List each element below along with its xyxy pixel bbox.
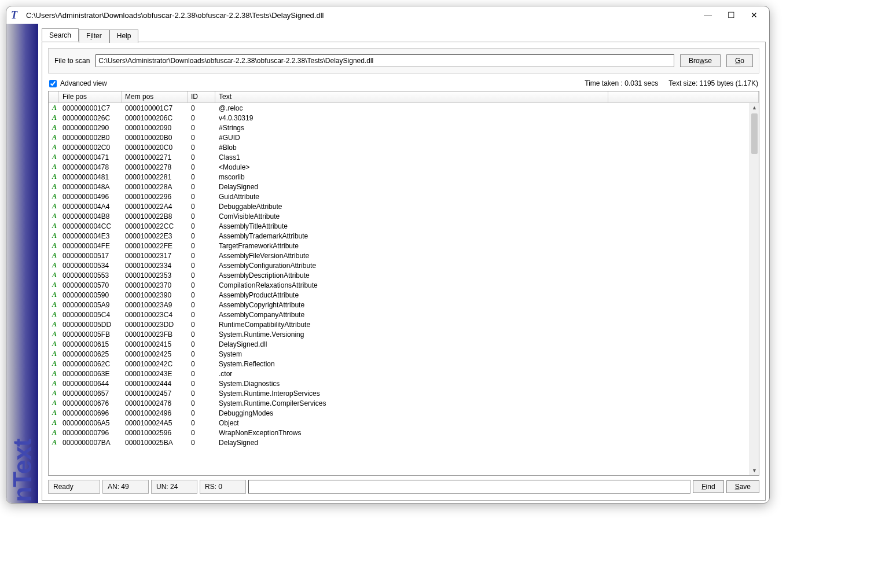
table-row[interactable]: A0000000005170000100023170AssemblyFileVe… <box>49 251 759 260</box>
cell-text: Object <box>215 419 608 427</box>
table-row[interactable]: A0000000005C40000100023C40AssemblyCompan… <box>49 310 759 319</box>
cell-filepos: 0000000001C7 <box>59 104 122 112</box>
table-row[interactable]: A0000000005FB0000100023FB0System.Runtime… <box>49 329 759 339</box>
cell-id: 0 <box>188 193 215 201</box>
ascii-icon: A <box>49 104 59 112</box>
table-row[interactable]: A00000000048A00001000228A0DelaySigned <box>49 182 759 192</box>
cell-id: 0 <box>188 153 215 161</box>
browse-button[interactable]: Browse <box>680 54 721 67</box>
cell-filepos: 0000000002C0 <box>59 144 122 152</box>
vertical-scrollbar[interactable]: ▲ ▼ <box>750 103 759 475</box>
col-header-icon[interactable] <box>49 91 59 102</box>
cell-id: 0 <box>188 114 215 122</box>
table-row[interactable]: A0000000006150000100024150DelaySigned.dl… <box>49 339 759 349</box>
ascii-icon: A <box>49 182 59 191</box>
table-row[interactable]: A0000000005700000100023700CompilationRel… <box>49 280 759 290</box>
cell-text: AssemblyCopyrightAttribute <box>215 301 608 309</box>
cell-id: 0 <box>188 321 215 329</box>
table-row[interactable]: A0000000004780000100022780<Module> <box>49 162 759 172</box>
ascii-icon: A <box>49 428 59 437</box>
table-row[interactable]: A00000000026C00001000206C0v4.0.30319 <box>49 113 759 123</box>
ascii-icon: A <box>49 113 59 122</box>
status-rs-count: RS: 0 <box>200 480 246 494</box>
cell-id: 0 <box>188 291 215 299</box>
tab-filter[interactable]: Filter <box>79 30 109 43</box>
cell-text: AssemblyTrademarkAttribute <box>215 232 608 240</box>
cell-filepos: 000000000570 <box>59 281 122 289</box>
advanced-view-checkbox[interactable] <box>49 80 57 87</box>
ascii-icon: A <box>49 153 59 161</box>
table-row[interactable]: A0000000004960000100022960GuidAttribute <box>49 192 759 201</box>
table-row[interactable]: A0000000001C70000100001C70@.reloc <box>49 103 759 113</box>
table-row[interactable]: A0000000005DD0000100023DD0RuntimeCompati… <box>49 319 759 329</box>
table-row[interactable]: A0000000006440000100024440System.Diagnos… <box>49 378 759 388</box>
cell-text: RuntimeCompatibilityAttribute <box>215 321 608 329</box>
table-row[interactable]: A0000000007960000100025960WrapNonExcepti… <box>49 428 759 438</box>
find-input[interactable] <box>248 480 690 494</box>
cell-id: 0 <box>188 104 215 112</box>
table-row[interactable]: A0000000004FE0000100022FE0TargetFramewor… <box>49 241 759 251</box>
save-button[interactable]: Save <box>726 480 759 493</box>
cell-id: 0 <box>188 271 215 280</box>
maximize-button[interactable]: ☐ <box>725 10 737 20</box>
col-header-mempos[interactable]: Mem pos <box>122 91 188 102</box>
table-row[interactable]: A0000000005900000100023900AssemblyProduc… <box>49 290 759 300</box>
table-row[interactable]: A0000000006960000100024960DebuggingModes <box>49 408 759 418</box>
table-row[interactable]: A00000000063E00001000243E0.ctor <box>49 369 759 378</box>
table-row[interactable]: A0000000004B80000100022B80ComVisibleAttr… <box>49 211 759 221</box>
col-header-text[interactable]: Text <box>215 91 608 102</box>
table-row[interactable]: A0000000004810000100022810mscorlib <box>49 172 759 182</box>
cell-filepos: 000000000625 <box>59 350 122 358</box>
table-row[interactable]: A0000000002900000100020900#Strings <box>49 123 759 133</box>
results-body[interactable]: A0000000001C70000100001C70@.relocA000000… <box>49 103 759 475</box>
minimize-button[interactable]: — <box>702 10 714 20</box>
col-header-id[interactable]: ID <box>188 91 215 102</box>
go-button[interactable]: Go <box>726 54 753 67</box>
cell-id: 0 <box>188 124 215 132</box>
scroll-up-icon[interactable]: ▲ <box>750 103 759 112</box>
tabs: Search Filter Help <box>42 28 766 42</box>
table-row[interactable]: A00000000062C00001000242C0System.Reflect… <box>49 359 759 369</box>
cell-filepos: 0000000005C4 <box>59 311 122 319</box>
file-path-input[interactable] <box>95 54 674 67</box>
table-row[interactable]: A0000000005A90000100023A90AssemblyCopyri… <box>49 300 759 310</box>
sidebar-logo: BinText <box>6 24 38 503</box>
close-button[interactable]: ✕ <box>748 10 760 20</box>
cell-mempos: 0000100001C7 <box>122 104 188 112</box>
cell-text: #GUID <box>215 134 608 142</box>
cell-text: DelaySigned.dll <box>215 340 608 348</box>
table-row[interactable]: A0000000004710000100022710Class1 <box>49 152 759 162</box>
table-row[interactable]: A0000000004CC0000100022CC0AssemblyTitleA… <box>49 221 759 231</box>
cell-mempos: 0000100020B0 <box>122 134 188 142</box>
cell-id: 0 <box>188 340 215 348</box>
cell-mempos: 000010002425 <box>122 350 188 358</box>
table-row[interactable]: A0000000006570000100024570System.Runtime… <box>49 388 759 398</box>
table-row[interactable]: A0000000006760000100024760System.Runtime… <box>49 398 759 408</box>
cell-text: AssemblyDescriptionAttribute <box>215 271 608 280</box>
cell-filepos: 000000000553 <box>59 271 122 280</box>
table-row[interactable]: A0000000005530000100023530AssemblyDescri… <box>49 270 759 280</box>
cell-id: 0 <box>188 163 215 171</box>
tab-help[interactable]: Help <box>109 30 139 43</box>
tab-search[interactable]: Search <box>42 28 79 42</box>
ascii-icon: A <box>49 281 59 289</box>
find-button[interactable]: Find <box>693 480 723 493</box>
col-header-extra[interactable] <box>608 91 759 102</box>
table-row[interactable]: A0000000002B00000100020B00#GUID <box>49 133 759 142</box>
table-row[interactable]: A0000000007BA0000100025BA0DelaySigned <box>49 438 759 447</box>
scroll-down-icon[interactable]: ▼ <box>750 466 759 475</box>
col-header-filepos[interactable]: File pos <box>59 91 122 102</box>
table-row[interactable]: A0000000006A50000100024A50Object <box>49 418 759 428</box>
table-row[interactable]: A0000000006250000100024250System <box>49 349 759 359</box>
table-row[interactable]: A0000000002C00000100020C00#Blob <box>49 142 759 152</box>
cell-filepos: 000000000696 <box>59 409 122 417</box>
table-row[interactable]: A0000000005340000100023340AssemblyConfig… <box>49 260 759 270</box>
cell-id: 0 <box>188 212 215 220</box>
ascii-icon: A <box>49 202 59 211</box>
cell-mempos: 000010002317 <box>122 252 188 260</box>
cell-id: 0 <box>188 232 215 240</box>
cell-mempos: 000010002415 <box>122 340 188 348</box>
table-row[interactable]: A0000000004A40000100022A40DebuggableAttr… <box>49 201 759 211</box>
scroll-thumb[interactable] <box>751 113 758 154</box>
table-row[interactable]: A0000000004E30000100022E30AssemblyTradem… <box>49 231 759 241</box>
